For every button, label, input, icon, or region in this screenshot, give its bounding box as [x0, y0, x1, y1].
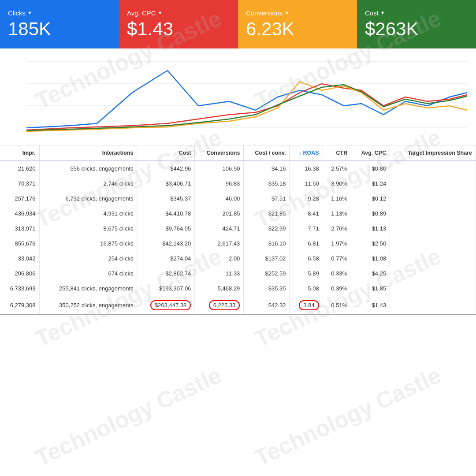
- table-cell: 5,468.29: [195, 281, 244, 296]
- col-avg-cpc[interactable]: Avg. CPC: [351, 145, 390, 161]
- table-cell: $22.99: [244, 221, 290, 236]
- table-row: 257,1766,732 clicks, engagements$345.374…: [0, 191, 476, 206]
- table-cell: –: [390, 221, 476, 236]
- table-cell: 16,875 clicks: [39, 236, 137, 251]
- table-row: 313,9718,675 clicks$9,764.05424.71$22.99…: [0, 221, 476, 236]
- table-cell: 436,934: [0, 206, 39, 221]
- table-cell: 424.71: [195, 221, 244, 236]
- table-cell: –: [390, 161, 476, 176]
- metric-avg-cpc[interactable]: Avg. CPC ▼ $1.43: [119, 0, 238, 48]
- table-cell: –: [390, 191, 476, 206]
- table-cell: [390, 281, 476, 296]
- data-table-container: Impr. Interactions Cost Conversions Cost…: [0, 145, 476, 476]
- table-cell: 2,617.43: [195, 236, 244, 251]
- metric-cost[interactable]: Cost ▼ $263K: [357, 0, 476, 48]
- table-cell: $3,406.71: [137, 176, 195, 191]
- table-cell: 254 clicks: [39, 251, 137, 266]
- metric-avg-cpc-label: Avg. CPC ▼: [127, 9, 230, 17]
- table-cell: 855,676: [0, 236, 39, 251]
- table-cell: –: [390, 176, 476, 191]
- metric-cost-label: Cost ▼: [365, 9, 468, 17]
- table-cell: 2.57%: [323, 161, 351, 176]
- table-cell: 201.85: [195, 206, 244, 221]
- table-cell: $193,307.06: [137, 281, 195, 296]
- table-cell: $1.43: [351, 296, 390, 315]
- table-cell: $1.85: [351, 281, 390, 296]
- table-body: 21,620556 clicks, engagements$442.96106.…: [0, 161, 476, 315]
- table-cell: $1.24: [351, 176, 390, 191]
- table-cell: 2.76%: [323, 221, 351, 236]
- metric-conversions[interactable]: Conversions ▼ 6.23K: [238, 0, 357, 48]
- table-cell: –: [390, 251, 476, 266]
- table-header-row: Impr. Interactions Cost Conversions Cost…: [0, 145, 476, 161]
- table-cell: $252.59: [244, 266, 290, 281]
- table-row: 206,806674 clicks$2,862.7411.33$252.595.…: [0, 266, 476, 281]
- col-target-impression-share[interactable]: Target Impression Share: [390, 145, 476, 161]
- avg-cpc-dropdown-icon[interactable]: ▼: [158, 10, 163, 15]
- table-cell: $0.80: [351, 161, 390, 176]
- table-cell: $442.96: [137, 161, 195, 176]
- table-cell: $7.51: [244, 191, 290, 206]
- metric-avg-cpc-value: $1.43: [127, 19, 230, 40]
- table-cell: 33,042: [0, 251, 39, 266]
- table-cell: 8,675 clicks: [39, 221, 137, 236]
- table-cell: 5.89: [290, 266, 323, 281]
- table-row: 436,9344,931 clicks$4,410.78201.85$21.85…: [0, 206, 476, 221]
- table-cell: 11.33: [195, 266, 244, 281]
- table-row: 33,042254 clicks$274.042.00$137.026.580.…: [0, 251, 476, 266]
- metric-conversions-label: Conversions ▼: [246, 9, 349, 17]
- metric-clicks[interactable]: Clicks ▼ 185K: [0, 0, 119, 48]
- table-cell: 206,806: [0, 266, 39, 281]
- col-ctr[interactable]: CTR: [323, 145, 351, 161]
- table-cell: 21,620: [0, 161, 39, 176]
- col-interactions[interactable]: Interactions: [39, 145, 137, 161]
- table-cell: 0.77%: [323, 251, 351, 266]
- table-cell: 257,176: [0, 191, 39, 206]
- table-cell: 1.97%: [323, 236, 351, 251]
- clicks-dropdown-icon[interactable]: ▼: [27, 10, 32, 15]
- table-cell: 11.50: [290, 176, 323, 191]
- table-cell: 6,279,308: [0, 296, 39, 315]
- table-cell: $4.16: [244, 161, 290, 176]
- table-cell: 1.16%: [323, 191, 351, 206]
- table-cell: 674 clicks: [39, 266, 137, 281]
- data-table: Impr. Interactions Cost Conversions Cost…: [0, 145, 476, 315]
- conversions-dropdown-icon[interactable]: ▼: [284, 10, 289, 15]
- table-cell: $42,143.20: [137, 236, 195, 251]
- table-cell: 5.08: [290, 281, 323, 296]
- table-cell: 255,841 clicks, engagements: [39, 281, 137, 296]
- col-roas[interactable]: ↓ ROAS: [290, 145, 323, 161]
- table-cell: 3.90%: [323, 176, 351, 191]
- col-cost[interactable]: Cost: [137, 145, 195, 161]
- table-cell: 2,746 clicks: [39, 176, 137, 191]
- table-cell: 6,225.33: [195, 296, 244, 315]
- table-cell: 313,971: [0, 221, 39, 236]
- table-cell: 96.83: [195, 176, 244, 191]
- table-cell: 1.13%: [323, 206, 351, 221]
- table-cell: $16.10: [244, 236, 290, 251]
- metric-cost-value: $263K: [365, 19, 468, 40]
- table-cell: $4.25: [351, 266, 390, 281]
- table-row: 855,67616,875 clicks$42,143.202,617.43$1…: [0, 236, 476, 251]
- col-cost-conv[interactable]: Cost / conv.: [244, 145, 290, 161]
- table-cell: $137.02: [244, 251, 290, 266]
- table-cell: $21.85: [244, 206, 290, 221]
- table-cell: $0.12: [351, 191, 390, 206]
- col-impr[interactable]: Impr.: [0, 145, 39, 161]
- table-cell: $345.37: [137, 191, 195, 206]
- table-cell: 106.50: [195, 161, 244, 176]
- table-cell: $0.89: [351, 206, 390, 221]
- table-cell: $1.13: [351, 221, 390, 236]
- table-cell: 0.51%: [323, 296, 351, 315]
- col-conversions[interactable]: Conversions: [195, 145, 244, 161]
- metric-clicks-value: 185K: [8, 19, 111, 40]
- cost-dropdown-icon[interactable]: ▼: [380, 10, 385, 15]
- table-cell: 8.41: [290, 206, 323, 221]
- table-cell: $9,764.05: [137, 221, 195, 236]
- table-cell: $2,862.74: [137, 266, 195, 281]
- table-cell: $274.04: [137, 251, 195, 266]
- table-cell: 6.81: [290, 236, 323, 251]
- metric-conversions-value: 6.23K: [246, 19, 349, 40]
- table-cell: 3.84: [290, 296, 323, 315]
- table-cell: 0.39%: [323, 281, 351, 296]
